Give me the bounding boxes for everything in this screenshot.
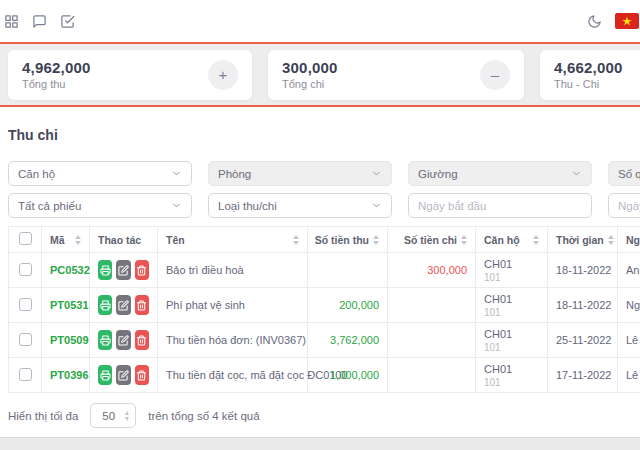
top-toolbar (0, 0, 640, 42)
stepper-arrows-icon[interactable] (125, 411, 129, 421)
person-cell: Anh An (618, 253, 640, 288)
time-cell: 18-11-2022 (548, 253, 618, 288)
person-cell: Ngọc Anh (618, 288, 640, 323)
receipt-code: PT0531 (50, 299, 89, 311)
balance-value: 4,662,000 (554, 59, 623, 76)
receipt-name: Bảo trì điều hoà (166, 264, 244, 276)
vietnam-flag-icon[interactable] (615, 13, 639, 29)
chevron-down-icon (371, 168, 382, 179)
sort-icon[interactable] (461, 235, 467, 245)
receipt-name: Phí phạt vệ sinh (166, 299, 245, 311)
filter-room-select[interactable]: Phòng (208, 161, 392, 186)
task-check-icon[interactable] (60, 14, 75, 29)
sort-icon[interactable] (373, 235, 379, 245)
edit-button[interactable] (116, 260, 130, 280)
apartment-cell: CH01101 (484, 328, 539, 353)
row-checkbox[interactable] (19, 368, 32, 381)
receipt-code: PT0509 (50, 334, 89, 346)
filter-bar: Căn hộ Phòng Giường Số quỹ Tất cả phiếu … (0, 161, 640, 218)
bottom-divider (0, 437, 640, 450)
apartment-cell: CH01101 (484, 258, 539, 283)
edit-button[interactable] (116, 365, 130, 385)
filter-row-2: Tất cả phiếu Loại thu/chi Ngày bắt đầu N… (8, 193, 632, 218)
row-checkbox[interactable] (19, 263, 32, 276)
print-button[interactable] (98, 365, 112, 385)
time-cell: 18-11-2022 (548, 288, 618, 323)
end-date-input[interactable]: Ngày kết thúc (608, 193, 640, 218)
filter-bed-select[interactable]: Giường (408, 161, 592, 186)
edit-button[interactable] (116, 330, 130, 350)
pagination-bar: Hiển thị tối đa 50 trên tổng số 4 kết qu… (8, 403, 632, 428)
chevron-down-icon (371, 200, 382, 211)
add-expense-button[interactable]: – (480, 60, 510, 90)
total-expense-card: 300,000 Tổng chi – (268, 50, 524, 100)
expense-amount (388, 288, 476, 323)
row-checkbox[interactable] (19, 333, 32, 346)
time-cell: 25-11-2022 (548, 323, 618, 358)
expense-amount (388, 323, 476, 358)
chevron-down-icon (571, 168, 582, 179)
sort-icon[interactable] (75, 235, 81, 245)
delete-button[interactable] (135, 260, 149, 280)
sort-icon[interactable] (533, 235, 539, 245)
apartment-cell: CH01101 (484, 363, 539, 388)
print-button[interactable] (98, 260, 112, 280)
sort-icon[interactable] (293, 235, 299, 245)
chat-icon[interactable] (32, 14, 47, 29)
chevron-down-icon (171, 200, 182, 211)
moon-icon[interactable] (587, 14, 602, 29)
receipt-code: PC0532 (50, 264, 90, 276)
col-actions: Thao tác (98, 234, 141, 246)
total-expense-value: 300,000 (282, 59, 338, 76)
filter-fund-select[interactable]: Số quỹ (608, 161, 640, 186)
col-income: Số tiền thu (315, 234, 369, 246)
table-header-row: Mã Thao tác Tên Số tiền thu Số tiền chi … (9, 227, 640, 253)
edit-button[interactable] (116, 295, 130, 315)
total-expense-label: Tổng chi (282, 78, 338, 90)
toolbar-right-icons (587, 13, 639, 29)
delete-button[interactable] (135, 330, 149, 350)
time-cell: 17-11-2022 (548, 358, 618, 393)
income-amount (308, 253, 388, 288)
add-income-button[interactable]: + (208, 60, 238, 90)
receipt-code: PT0396 (50, 369, 89, 381)
results-total-text: trên tổng số 4 kết quả (148, 410, 259, 422)
chevron-down-icon (171, 168, 182, 179)
select-all-checkbox[interactable] (19, 232, 32, 245)
total-income-label: Tổng thu (22, 78, 91, 90)
filter-receipt-type-select[interactable]: Tất cả phiếu (8, 193, 192, 218)
summary-strip: 4,962,000 Tổng thu + 300,000 Tổng chi – … (0, 42, 640, 107)
page-size-stepper[interactable]: 50 (90, 403, 136, 428)
page-size-value: 50 (102, 410, 115, 422)
print-button[interactable] (98, 330, 112, 350)
income-amount: 200,000 (308, 288, 388, 323)
table-row: PC0532 Bảo trì điều hoà 300,000 CH01101 … (9, 253, 640, 288)
filter-category-select[interactable]: Loại thu/chi (208, 193, 392, 218)
start-date-input[interactable]: Ngày bắt đầu (408, 193, 592, 218)
col-apartment: Căn hộ (484, 234, 520, 246)
income-amount: 3,762,000 (308, 323, 388, 358)
filter-apartment-select[interactable]: Căn hộ (8, 161, 192, 186)
grid-icon[interactable] (4, 14, 19, 29)
print-button[interactable] (98, 295, 112, 315)
total-income-value: 4,962,000 (22, 59, 91, 76)
delete-button[interactable] (135, 295, 149, 315)
toolbar-left-icons (4, 14, 75, 29)
apartment-cell: CH01101 (484, 293, 539, 318)
filter-row-1: Căn hộ Phòng Giường Số quỹ (8, 161, 632, 186)
table-row: PT0396 Thu tiền đặt cọc, mã đặt cọc ĐC01… (9, 358, 640, 393)
transactions-table: Mã Thao tác Tên Số tiền thu Số tiền chi … (8, 226, 640, 393)
balance-label: Thu - Chi (554, 78, 623, 90)
table-row: PT0531 Phí phạt vệ sinh 200,000 CH01101 … (9, 288, 640, 323)
delete-button[interactable] (135, 365, 149, 385)
person-cell: Lê Ngọc Anh (618, 323, 640, 358)
receipt-name: Thu tiền đặt cọc, mã đặt cọc ĐC0100 (166, 369, 348, 381)
expense-amount: 300,000 (388, 253, 476, 288)
table-row: PT0509 Thu tiền hóa đơn: (INV0367) 3,762… (9, 323, 640, 358)
person-cell: Lê Ngọc Anh (618, 358, 640, 393)
col-expense: Số tiền chi (404, 234, 457, 246)
row-checkbox[interactable] (19, 298, 32, 311)
expense-amount (388, 358, 476, 393)
page-size-prefix: Hiển thị tối đa (8, 410, 78, 422)
sort-icon[interactable] (608, 235, 614, 245)
